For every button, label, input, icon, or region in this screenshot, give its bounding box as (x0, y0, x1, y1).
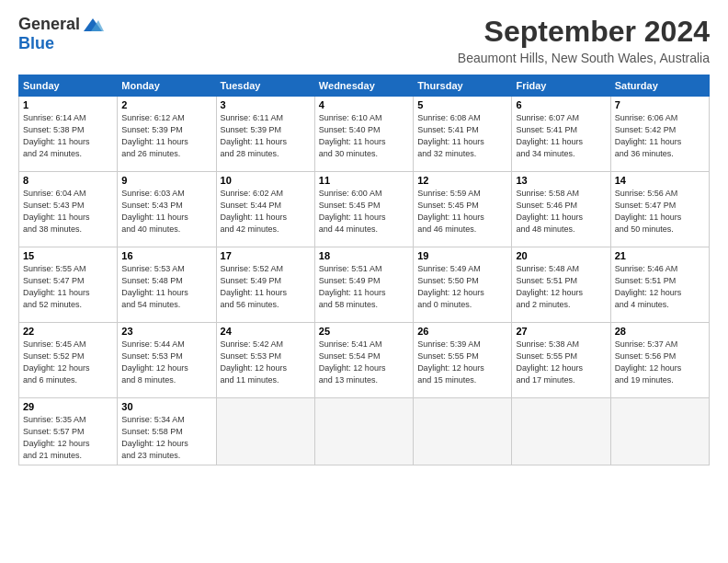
calendar-cell: 21Sunrise: 5:46 AM Sunset: 5:51 PM Dayli… (610, 247, 709, 323)
col-header-tuesday: Tuesday (216, 75, 314, 97)
col-header-saturday: Saturday (610, 75, 709, 97)
day-number: 2 (121, 99, 211, 110)
day-number: 24 (221, 326, 311, 337)
day-info: Sunrise: 5:37 AM Sunset: 5:56 PM Dayligh… (615, 339, 705, 386)
day-info: Sunrise: 5:51 AM Sunset: 5:49 PM Dayligh… (319, 263, 409, 311)
logo: General Blue (18, 15, 104, 53)
day-number: 7 (615, 99, 705, 110)
logo-general-text: General (18, 15, 80, 34)
col-header-sunday: Sunday (19, 75, 118, 97)
calendar-cell: 3Sunrise: 6:11 AM Sunset: 5:39 PM Daylig… (216, 97, 314, 172)
day-number: 17 (221, 250, 311, 261)
month-title: September 2024 (458, 15, 710, 49)
day-number: 26 (417, 326, 507, 337)
day-number: 18 (319, 250, 409, 261)
day-info: Sunrise: 5:53 AM Sunset: 5:48 PM Dayligh… (121, 263, 211, 311)
calendar-cell: 27Sunrise: 5:38 AM Sunset: 5:55 PM Dayli… (512, 323, 610, 398)
col-header-thursday: Thursday (414, 75, 512, 97)
day-number: 20 (516, 250, 606, 261)
day-number: 29 (23, 401, 113, 412)
day-info: Sunrise: 5:56 AM Sunset: 5:47 PM Dayligh… (615, 188, 705, 236)
day-info: Sunrise: 6:14 AM Sunset: 5:38 PM Dayligh… (23, 112, 113, 160)
day-info: Sunrise: 5:45 AM Sunset: 5:52 PM Dayligh… (23, 339, 113, 386)
location: Beaumont Hills, New South Wales, Austral… (458, 51, 710, 65)
day-number: 16 (121, 250, 211, 261)
day-info: Sunrise: 5:38 AM Sunset: 5:55 PM Dayligh… (516, 339, 606, 386)
day-info: Sunrise: 6:00 AM Sunset: 5:45 PM Dayligh… (319, 188, 409, 236)
logo-icon (82, 17, 104, 33)
calendar-cell: 29Sunrise: 5:35 AM Sunset: 5:57 PM Dayli… (19, 398, 118, 465)
calendar-cell (512, 398, 610, 465)
day-info: Sunrise: 5:52 AM Sunset: 5:49 PM Dayligh… (221, 263, 311, 311)
week-row-1: 1Sunrise: 6:14 AM Sunset: 5:38 PM Daylig… (19, 97, 710, 172)
header: General Blue September 2024 Beaumont Hil… (18, 15, 710, 65)
calendar-cell: 15Sunrise: 5:55 AM Sunset: 5:47 PM Dayli… (19, 247, 118, 323)
day-info: Sunrise: 6:04 AM Sunset: 5:43 PM Dayligh… (23, 188, 113, 236)
day-info: Sunrise: 5:58 AM Sunset: 5:46 PM Dayligh… (516, 188, 606, 236)
week-row-3: 15Sunrise: 5:55 AM Sunset: 5:47 PM Dayli… (19, 247, 710, 323)
day-number: 15 (23, 250, 113, 261)
calendar-cell: 14Sunrise: 5:56 AM Sunset: 5:47 PM Dayli… (610, 172, 709, 247)
calendar-cell: 28Sunrise: 5:37 AM Sunset: 5:56 PM Dayli… (610, 323, 709, 398)
day-info: Sunrise: 5:41 AM Sunset: 5:54 PM Dayligh… (319, 339, 409, 386)
day-number: 9 (121, 175, 211, 186)
day-info: Sunrise: 5:48 AM Sunset: 5:51 PM Dayligh… (516, 263, 606, 311)
calendar-cell: 16Sunrise: 5:53 AM Sunset: 5:48 PM Dayli… (118, 247, 216, 323)
calendar-cell: 12Sunrise: 5:59 AM Sunset: 5:45 PM Dayli… (414, 172, 512, 247)
day-number: 3 (221, 99, 311, 110)
calendar-cell: 30Sunrise: 5:34 AM Sunset: 5:58 PM Dayli… (118, 398, 216, 465)
calendar-cell: 10Sunrise: 6:02 AM Sunset: 5:44 PM Dayli… (216, 172, 314, 247)
calendar-cell (414, 398, 512, 465)
day-info: Sunrise: 6:06 AM Sunset: 5:42 PM Dayligh… (615, 112, 705, 160)
calendar-cell: 13Sunrise: 5:58 AM Sunset: 5:46 PM Dayli… (512, 172, 610, 247)
day-info: Sunrise: 6:12 AM Sunset: 5:39 PM Dayligh… (121, 112, 211, 160)
day-info: Sunrise: 5:39 AM Sunset: 5:55 PM Dayligh… (417, 339, 507, 386)
day-info: Sunrise: 5:59 AM Sunset: 5:45 PM Dayligh… (417, 188, 507, 236)
calendar-header-row: SundayMondayTuesdayWednesdayThursdayFrid… (19, 75, 710, 97)
day-number: 10 (221, 175, 311, 186)
day-info: Sunrise: 6:10 AM Sunset: 5:40 PM Dayligh… (319, 112, 409, 160)
day-number: 6 (516, 99, 606, 110)
day-number: 14 (615, 175, 705, 186)
day-number: 8 (23, 175, 113, 186)
calendar-cell: 8Sunrise: 6:04 AM Sunset: 5:43 PM Daylig… (19, 172, 118, 247)
week-row-5: 29Sunrise: 5:35 AM Sunset: 5:57 PM Dayli… (19, 398, 710, 465)
calendar-cell: 18Sunrise: 5:51 AM Sunset: 5:49 PM Dayli… (314, 247, 413, 323)
day-number: 21 (615, 250, 705, 261)
calendar-cell (314, 398, 413, 465)
day-number: 22 (23, 326, 113, 337)
day-info: Sunrise: 5:44 AM Sunset: 5:53 PM Dayligh… (121, 339, 211, 386)
day-number: 25 (319, 326, 409, 337)
col-header-wednesday: Wednesday (314, 75, 413, 97)
calendar-cell: 22Sunrise: 5:45 AM Sunset: 5:52 PM Dayli… (19, 323, 118, 398)
day-number: 27 (516, 326, 606, 337)
day-info: Sunrise: 6:02 AM Sunset: 5:44 PM Dayligh… (221, 188, 311, 236)
calendar-cell: 23Sunrise: 5:44 AM Sunset: 5:53 PM Dayli… (118, 323, 216, 398)
calendar-cell: 17Sunrise: 5:52 AM Sunset: 5:49 PM Dayli… (216, 247, 314, 323)
day-number: 4 (319, 99, 409, 110)
calendar-cell: 19Sunrise: 5:49 AM Sunset: 5:50 PM Dayli… (414, 247, 512, 323)
calendar-cell: 24Sunrise: 5:42 AM Sunset: 5:53 PM Dayli… (216, 323, 314, 398)
week-row-4: 22Sunrise: 5:45 AM Sunset: 5:52 PM Dayli… (19, 323, 710, 398)
day-number: 11 (319, 175, 409, 186)
day-number: 12 (417, 175, 507, 186)
calendar-cell: 26Sunrise: 5:39 AM Sunset: 5:55 PM Dayli… (414, 323, 512, 398)
day-info: Sunrise: 6:03 AM Sunset: 5:43 PM Dayligh… (121, 188, 211, 236)
calendar-cell: 20Sunrise: 5:48 AM Sunset: 5:51 PM Dayli… (512, 247, 610, 323)
calendar-cell: 6Sunrise: 6:07 AM Sunset: 5:41 PM Daylig… (512, 97, 610, 172)
day-info: Sunrise: 6:08 AM Sunset: 5:41 PM Dayligh… (417, 112, 507, 160)
day-info: Sunrise: 5:46 AM Sunset: 5:51 PM Dayligh… (615, 263, 705, 311)
calendar-cell: 11Sunrise: 6:00 AM Sunset: 5:45 PM Dayli… (314, 172, 413, 247)
calendar-table: SundayMondayTuesdayWednesdayThursdayFrid… (18, 75, 710, 465)
col-header-friday: Friday (512, 75, 610, 97)
day-info: Sunrise: 5:34 AM Sunset: 5:58 PM Dayligh… (121, 414, 211, 462)
week-row-2: 8Sunrise: 6:04 AM Sunset: 5:43 PM Daylig… (19, 172, 710, 247)
day-number: 28 (615, 326, 705, 337)
calendar-cell (610, 398, 709, 465)
calendar-cell: 5Sunrise: 6:08 AM Sunset: 5:41 PM Daylig… (414, 97, 512, 172)
calendar-cell: 1Sunrise: 6:14 AM Sunset: 5:38 PM Daylig… (19, 97, 118, 172)
day-number: 23 (121, 326, 211, 337)
day-info: Sunrise: 5:49 AM Sunset: 5:50 PM Dayligh… (417, 263, 507, 311)
calendar-cell: 4Sunrise: 6:10 AM Sunset: 5:40 PM Daylig… (314, 97, 413, 172)
calendar-cell: 25Sunrise: 5:41 AM Sunset: 5:54 PM Dayli… (314, 323, 413, 398)
